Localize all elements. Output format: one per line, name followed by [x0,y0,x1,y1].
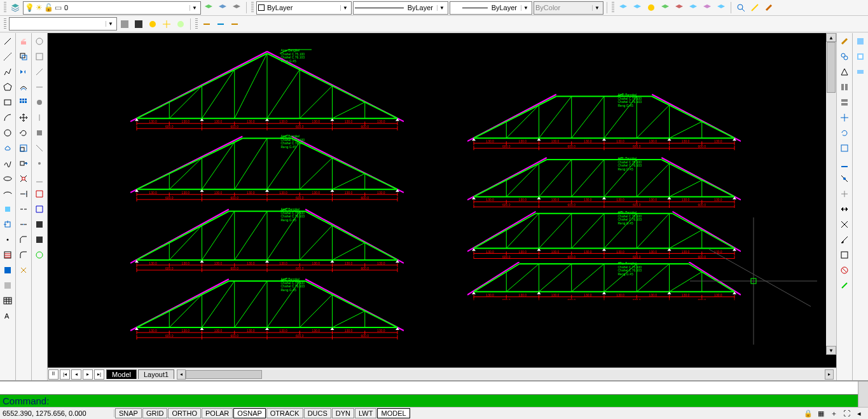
grid-icon[interactable]: ▦ [816,408,826,418]
ex9[interactable] [32,156,46,170]
color-dropdown[interactable]: ByLayer ▼ [256,1,352,15]
polygon-tool[interactable] [1,80,15,94]
grip[interactable] [4,18,6,30]
region-tool[interactable] [1,278,15,292]
paint-button[interactable] [762,1,775,14]
circle-tool[interactable] [1,126,15,140]
rp1-11[interactable] [837,187,851,201]
construction-line-tool[interactable] [1,50,15,64]
tb2-btn1[interactable] [118,18,131,31]
command-input[interactable]: Command: [0,394,858,407]
make-block-tool[interactable] [1,217,15,231]
grip[interactable] [195,18,198,30]
tb2-btn8[interactable] [228,18,241,31]
tab-last-button[interactable]: ▸| [94,369,104,380]
tab-layout1[interactable]: Layout1 [138,369,174,379]
rp1-8[interactable] [837,141,851,155]
rp1-9[interactable] [837,156,851,170]
rp2-3[interactable] [853,65,867,79]
layer-previous-button[interactable] [202,1,215,14]
layer-button6[interactable] [687,1,699,14]
ex10[interactable] [32,172,46,186]
tray-arrow-icon[interactable]: ◂ [854,408,864,418]
rp1-7[interactable] [837,126,851,140]
revision-cloud-tool[interactable] [1,141,15,155]
rp1-14[interactable] [837,233,851,247]
explode-tool[interactable] [17,263,31,277]
extend-tool[interactable] [17,187,31,201]
layeriso-button[interactable] [617,1,630,14]
scroll-right-arrow[interactable]: ▸ [825,369,834,380]
layer-manager-button[interactable] [9,1,22,14]
plotstyle-dropdown[interactable]: ByColor ▼ [534,1,603,15]
tb2-btn7[interactable] [214,18,227,31]
tab-first-button[interactable]: |◂ [60,369,70,380]
dimension-style-dropdown[interactable]: ▼ [9,17,117,31]
tb2-btn4[interactable] [160,18,173,31]
rp2-1[interactable] [853,34,867,48]
coordinate-readout[interactable]: 6552.390, 1275.656, 0.000 [0,409,114,417]
rp1-12[interactable] [837,202,851,216]
join-tool[interactable] [17,217,31,231]
status-model[interactable]: MODEL [377,408,410,418]
erase-tool[interactable] [17,34,31,48]
polyline-tool[interactable] [1,65,15,79]
hscrollbar[interactable]: ◂ ▸ [177,369,834,380]
command-history[interactable] [0,381,858,394]
ellipse-arc-tool[interactable] [1,187,15,201]
palette-toggle-button[interactable]: ⠿ [48,369,59,380]
rp1-16[interactable] [837,263,851,277]
ex6[interactable] [32,111,46,125]
status-grid[interactable]: GRID [142,408,168,418]
rotate-tool[interactable] [17,126,31,140]
rp1-15[interactable] [837,248,851,262]
chamfer-tool[interactable] [17,233,31,247]
ex14[interactable] [32,233,46,247]
layer-button7[interactable] [701,1,713,14]
hscroll-thumb[interactable] [186,370,262,379]
tb2-btn3[interactable] [146,18,159,31]
ex3[interactable] [32,65,46,79]
linetype-dropdown[interactable]: ByLayer ▼ [353,1,448,15]
grip[interactable] [612,2,614,13]
array-tool[interactable] [17,95,31,109]
offset-tool[interactable] [17,80,31,94]
layerfrz-button[interactable] [645,1,658,14]
rp1-17[interactable] [837,278,851,292]
rp1-4[interactable] [837,80,851,94]
stretch-tool[interactable] [17,156,31,170]
rp1-10[interactable] [837,172,851,186]
drawing-canvas[interactable]: ▲ ▼ 130.0130.0130.0130.0130.0130.0130.01… [48,33,836,367]
dim-tool-button[interactable] [748,1,761,14]
grip[interactable] [4,2,6,13]
zoom-extents-button[interactable] [734,1,747,14]
rp1-13[interactable] [837,217,851,231]
scroll-left-arrow[interactable]: ◂ [177,369,186,380]
tb2-btn2[interactable] [132,18,145,31]
scale-tool[interactable] [17,141,31,155]
ellipse-tool[interactable] [1,172,15,186]
ex5[interactable] [32,95,46,109]
ex11[interactable] [32,187,46,201]
grip[interactable] [251,2,254,13]
command-scrollbar[interactable] [858,381,868,407]
break-tool[interactable] [17,202,31,216]
tab-next-button[interactable]: ▸ [83,369,93,380]
tab-prev-button[interactable]: ◂ [71,369,81,380]
rp1-6[interactable] [837,111,851,125]
insert-block-tool[interactable] [1,202,15,216]
trim-tool[interactable] [17,172,31,186]
table-tool[interactable] [1,294,15,308]
layer-match-button[interactable] [230,1,243,14]
rp1-3[interactable] [837,65,851,79]
layer-dropdown[interactable]: 💡 ☀ 🔓 ▭ 0 ▼ [23,1,201,15]
ex2[interactable] [32,50,46,64]
tb2-btn6[interactable] [200,18,213,31]
move-tool[interactable] [17,111,31,125]
copy-tool[interactable] [17,50,31,64]
ex13[interactable] [32,217,46,231]
line-tool[interactable] [1,34,15,48]
layer-button8[interactable] [715,1,727,14]
status-ducs[interactable]: DUCS [304,408,331,418]
tb2-btn5[interactable] [174,18,187,31]
